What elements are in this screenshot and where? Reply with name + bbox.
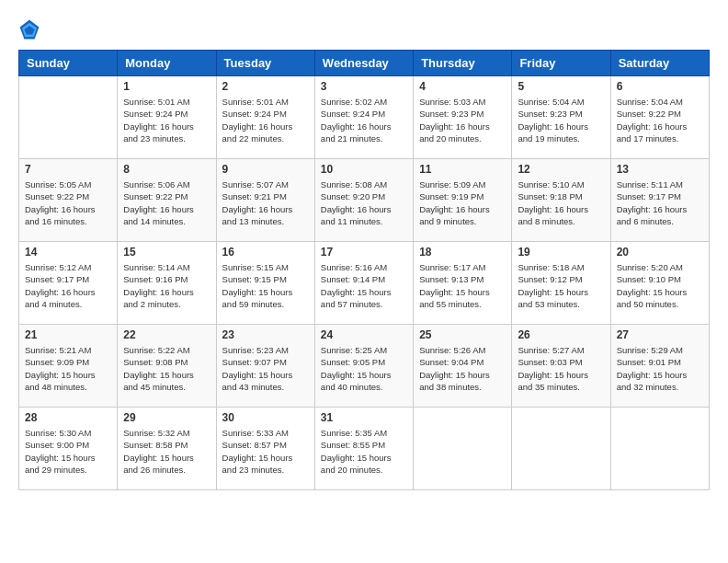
weekday-header: Friday: [512, 51, 610, 76]
calendar-header-row: SundayMondayTuesdayWednesdayThursdayFrid…: [19, 51, 710, 76]
calendar-cell: 14 Sunrise: 5:12 AMSunset: 9:17 PMDaylig…: [19, 242, 118, 325]
calendar-cell: 23 Sunrise: 5:23 AMSunset: 9:07 PMDaylig…: [216, 325, 314, 408]
calendar-cell: 5 Sunrise: 5:04 AMSunset: 9:23 PMDayligh…: [512, 76, 610, 159]
calendar-cell: 25 Sunrise: 5:26 AMSunset: 9:04 PMDaylig…: [414, 325, 512, 408]
day-info: Sunrise: 5:03 AMSunset: 9:23 PMDaylight:…: [419, 96, 506, 144]
day-info: Sunrise: 5:08 AMSunset: 9:20 PMDaylight:…: [321, 178, 407, 227]
calendar-cell: 16 Sunrise: 5:15 AMSunset: 9:15 PMDaylig…: [216, 242, 314, 325]
calendar-cell: [512, 408, 610, 490]
day-number: 5: [518, 80, 604, 93]
day-number: 24: [321, 328, 407, 341]
calendar-cell: 6 Sunrise: 5:04 AMSunset: 9:22 PMDayligh…: [610, 76, 709, 159]
day-number: 20: [617, 246, 703, 259]
calendar-cell: 28 Sunrise: 5:30 AMSunset: 9:00 PMDaylig…: [19, 408, 118, 490]
day-info: Sunrise: 5:26 AMSunset: 9:04 PMDaylight:…: [419, 344, 506, 393]
weekday-header: Sunday: [19, 51, 118, 76]
day-info: Sunrise: 5:09 AMSunset: 9:19 PMDaylight:…: [419, 178, 506, 227]
calendar-week-row: 1 Sunrise: 5:01 AMSunset: 9:24 PMDayligh…: [19, 76, 710, 159]
day-info: Sunrise: 5:10 AMSunset: 9:18 PMDaylight:…: [518, 178, 604, 227]
day-number: 6: [617, 80, 703, 93]
day-info: Sunrise: 5:02 AMSunset: 9:24 PMDaylight:…: [321, 96, 407, 144]
day-number: 29: [123, 411, 210, 424]
day-number: 2: [222, 80, 309, 93]
calendar-cell: 29 Sunrise: 5:32 AMSunset: 8:58 PMDaylig…: [118, 408, 216, 490]
day-info: Sunrise: 5:16 AMSunset: 9:14 PMDaylight:…: [321, 261, 407, 310]
weekday-header: Wednesday: [314, 51, 413, 76]
calendar-cell: 8 Sunrise: 5:06 AMSunset: 9:22 PMDayligh…: [118, 159, 216, 242]
calendar-cell: 4 Sunrise: 5:03 AMSunset: 9:23 PMDayligh…: [414, 76, 512, 159]
day-number: 7: [25, 163, 111, 176]
calendar-cell: 9 Sunrise: 5:07 AMSunset: 9:21 PMDayligh…: [216, 159, 314, 242]
day-info: Sunrise: 5:20 AMSunset: 9:10 PMDaylight:…: [617, 261, 703, 310]
day-info: Sunrise: 5:21 AMSunset: 9:09 PMDaylight:…: [25, 344, 111, 393]
calendar-cell: 13 Sunrise: 5:11 AMSunset: 9:17 PMDaylig…: [610, 159, 709, 242]
day-info: Sunrise: 5:04 AMSunset: 9:23 PMDaylight:…: [518, 96, 604, 144]
day-number: 25: [419, 328, 506, 341]
calendar-cell: 1 Sunrise: 5:01 AMSunset: 9:24 PMDayligh…: [118, 76, 216, 159]
day-number: 28: [25, 411, 111, 424]
day-info: Sunrise: 5:07 AMSunset: 9:21 PMDaylight:…: [222, 178, 309, 227]
calendar-cell: [19, 76, 118, 159]
calendar-cell: 31 Sunrise: 5:35 AMSunset: 8:55 PMDaylig…: [314, 408, 413, 490]
day-number: 3: [321, 80, 407, 93]
day-number: 31: [321, 411, 407, 424]
day-number: 19: [518, 246, 604, 259]
calendar-cell: 15 Sunrise: 5:14 AMSunset: 9:16 PMDaylig…: [118, 242, 216, 325]
day-info: Sunrise: 5:17 AMSunset: 9:13 PMDaylight:…: [419, 261, 506, 310]
calendar-week-row: 7 Sunrise: 5:05 AMSunset: 9:22 PMDayligh…: [19, 159, 710, 242]
calendar-cell: 2 Sunrise: 5:01 AMSunset: 9:24 PMDayligh…: [216, 76, 314, 159]
day-info: Sunrise: 5:33 AMSunset: 8:57 PMDaylight:…: [222, 427, 309, 476]
day-number: 15: [123, 246, 210, 259]
day-number: 22: [123, 328, 210, 341]
day-info: Sunrise: 5:15 AMSunset: 9:15 PMDaylight:…: [222, 261, 309, 310]
day-info: Sunrise: 5:01 AMSunset: 9:24 PMDaylight:…: [222, 96, 309, 144]
day-number: 13: [617, 163, 703, 176]
calendar-week-row: 14 Sunrise: 5:12 AMSunset: 9:17 PMDaylig…: [19, 242, 710, 325]
day-number: 23: [222, 328, 309, 341]
calendar-cell: 17 Sunrise: 5:16 AMSunset: 9:14 PMDaylig…: [314, 242, 413, 325]
day-info: Sunrise: 5:06 AMSunset: 9:22 PMDaylight:…: [123, 178, 210, 227]
calendar-week-row: 28 Sunrise: 5:30 AMSunset: 9:00 PMDaylig…: [19, 408, 710, 490]
day-number: 8: [123, 163, 210, 176]
calendar-cell: 20 Sunrise: 5:20 AMSunset: 9:10 PMDaylig…: [610, 242, 709, 325]
day-number: 9: [222, 163, 309, 176]
day-info: Sunrise: 5:11 AMSunset: 9:17 PMDaylight:…: [617, 178, 703, 227]
calendar-cell: 12 Sunrise: 5:10 AMSunset: 9:18 PMDaylig…: [512, 159, 610, 242]
day-info: Sunrise: 5:05 AMSunset: 9:22 PMDaylight:…: [25, 178, 111, 227]
day-info: Sunrise: 5:25 AMSunset: 9:05 PMDaylight:…: [321, 344, 407, 393]
weekday-header: Saturday: [610, 51, 709, 76]
logo: [18, 18, 44, 40]
page-header: [18, 18, 710, 40]
day-number: 1: [123, 80, 210, 93]
day-number: 21: [25, 328, 111, 341]
day-number: 26: [518, 328, 604, 341]
calendar-cell: 19 Sunrise: 5:18 AMSunset: 9:12 PMDaylig…: [512, 242, 610, 325]
calendar-cell: 7 Sunrise: 5:05 AMSunset: 9:22 PMDayligh…: [19, 159, 118, 242]
calendar-cell: [610, 408, 709, 490]
day-number: 12: [518, 163, 604, 176]
day-number: 27: [617, 328, 703, 341]
weekday-header: Monday: [118, 51, 216, 76]
calendar-table: SundayMondayTuesdayWednesdayThursdayFrid…: [18, 50, 710, 490]
day-number: 18: [419, 246, 506, 259]
calendar-cell: 11 Sunrise: 5:09 AMSunset: 9:19 PMDaylig…: [414, 159, 512, 242]
calendar-cell: [414, 408, 512, 490]
logo-icon: [18, 18, 40, 40]
day-info: Sunrise: 5:35 AMSunset: 8:55 PMDaylight:…: [321, 427, 407, 476]
day-info: Sunrise: 5:01 AMSunset: 9:24 PMDaylight:…: [123, 96, 210, 144]
calendar-cell: 21 Sunrise: 5:21 AMSunset: 9:09 PMDaylig…: [19, 325, 118, 408]
day-number: 17: [321, 246, 407, 259]
day-number: 10: [321, 163, 407, 176]
calendar-cell: 30 Sunrise: 5:33 AMSunset: 8:57 PMDaylig…: [216, 408, 314, 490]
day-number: 30: [222, 411, 309, 424]
day-info: Sunrise: 5:14 AMSunset: 9:16 PMDaylight:…: [123, 261, 210, 310]
calendar-cell: 10 Sunrise: 5:08 AMSunset: 9:20 PMDaylig…: [314, 159, 413, 242]
day-info: Sunrise: 5:27 AMSunset: 9:03 PMDaylight:…: [518, 344, 604, 393]
day-number: 14: [25, 246, 111, 259]
weekday-header: Thursday: [414, 51, 512, 76]
calendar-cell: 18 Sunrise: 5:17 AMSunset: 9:13 PMDaylig…: [414, 242, 512, 325]
day-number: 4: [419, 80, 506, 93]
calendar-cell: 3 Sunrise: 5:02 AMSunset: 9:24 PMDayligh…: [314, 76, 413, 159]
weekday-header: Tuesday: [216, 51, 314, 76]
day-info: Sunrise: 5:23 AMSunset: 9:07 PMDaylight:…: [222, 344, 309, 393]
